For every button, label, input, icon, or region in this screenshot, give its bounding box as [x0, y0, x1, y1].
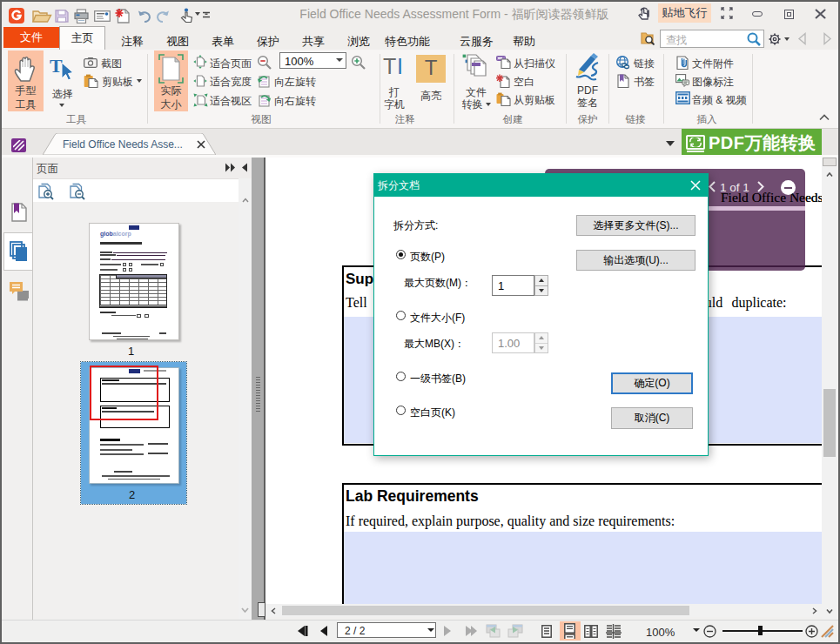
svg-text:T: T [50, 56, 63, 77]
